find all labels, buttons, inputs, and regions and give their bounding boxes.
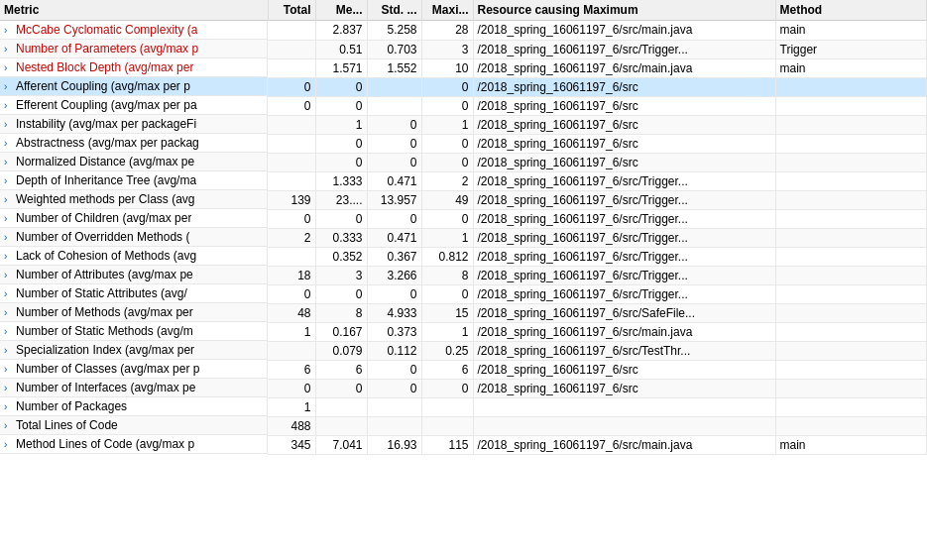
table-row[interactable]: ›Number of Attributes (avg/max pe1833.26… — [0, 266, 927, 284]
method-cell — [775, 96, 927, 115]
resource-cell: /2018_spring_16061197_6/src/main.java — [473, 21, 775, 41]
mean-cell: 3 — [315, 266, 367, 284]
table-row[interactable]: ›Total Lines of Code488 — [0, 416, 927, 435]
std-cell: 3.266 — [367, 266, 421, 284]
method-cell — [775, 115, 927, 134]
table-row[interactable]: ›Instability (avg/max per packageFi101/2… — [0, 115, 927, 134]
total-cell — [268, 21, 315, 41]
total-cell: 0 — [268, 77, 315, 96]
resource-cell: /2018_spring_16061197_6/src/Trigger... — [473, 266, 775, 284]
expand-icon[interactable]: › — [4, 100, 14, 111]
max-cell: 1 — [421, 322, 473, 341]
table-row[interactable]: ›Number of Static Methods (avg/m10.1670.… — [0, 322, 927, 341]
expand-icon[interactable]: › — [4, 439, 14, 450]
total-cell — [268, 247, 315, 266]
table-row[interactable]: ›McCabe Cyclomatic Complexity (a2.8375.2… — [0, 21, 927, 41]
table-row[interactable]: ›Normalized Distance (avg/max pe000/2018… — [0, 153, 927, 171]
expand-icon[interactable]: › — [4, 251, 14, 262]
expand-icon[interactable]: › — [4, 138, 14, 149]
table-row[interactable]: ›Weighted methods per Class (avg13923...… — [0, 190, 927, 209]
table-body: ›McCabe Cyclomatic Complexity (a2.8375.2… — [0, 21, 927, 455]
table-row[interactable]: ›Number of Methods (avg/max per4884.9331… — [0, 303, 927, 322]
table-row[interactable]: ›Specialization Index (avg/max per0.0790… — [0, 341, 927, 360]
col-header-std: Std. ... — [367, 0, 421, 21]
method-cell — [775, 153, 927, 171]
metric-label: Number of Classes (avg/max per p — [16, 362, 199, 376]
method-cell — [775, 397, 927, 416]
max-cell: 0 — [421, 209, 473, 228]
expand-icon[interactable]: › — [4, 119, 14, 130]
expand-icon[interactable]: › — [4, 288, 14, 299]
table-row[interactable]: ›Abstractness (avg/max per packag000/201… — [0, 134, 927, 153]
table-row[interactable]: ›Lack of Cohesion of Methods (avg0.3520.… — [0, 247, 927, 266]
expand-icon[interactable]: › — [4, 194, 14, 205]
expand-icon[interactable]: › — [4, 44, 14, 55]
method-cell — [775, 209, 927, 228]
std-cell — [367, 77, 421, 96]
total-cell — [268, 58, 315, 77]
resource-cell: /2018_spring_16061197_6/src/main.java — [473, 435, 775, 454]
std-cell: 5.258 — [367, 21, 421, 41]
expand-icon[interactable]: › — [4, 420, 14, 431]
expand-icon[interactable]: › — [4, 383, 14, 393]
max-cell: 1 — [421, 228, 473, 247]
expand-icon[interactable]: › — [4, 81, 14, 92]
resource-cell: /2018_spring_16061197_6/src — [473, 153, 775, 171]
metric-label: McCabe Cyclomatic Complexity (a — [16, 23, 197, 37]
total-cell — [268, 134, 315, 153]
table-row[interactable]: ›Method Lines of Code (avg/max p3457.041… — [0, 435, 927, 454]
expand-icon[interactable]: › — [4, 326, 14, 337]
table-row[interactable]: ›Depth of Inheritance Tree (avg/ma1.3330… — [0, 171, 927, 190]
total-cell — [268, 341, 315, 360]
resource-cell: /2018_spring_16061197_6/src/Trigger... — [473, 171, 775, 190]
table-row[interactable]: ›Number of Parameters (avg/max p0.510.70… — [0, 40, 927, 58]
expand-icon[interactable]: › — [4, 401, 14, 412]
expand-icon[interactable]: › — [4, 232, 14, 243]
max-cell: 8 — [421, 266, 473, 284]
metric-cell: ›Normalized Distance (avg/max pe — [0, 153, 268, 171]
total-cell: 0 — [268, 209, 315, 228]
std-cell: 0.703 — [367, 40, 421, 58]
expand-icon[interactable]: › — [4, 364, 14, 375]
mean-cell: 1.333 — [315, 171, 367, 190]
expand-icon[interactable]: › — [4, 157, 14, 168]
mean-cell: 0 — [315, 77, 367, 96]
method-cell — [775, 303, 927, 322]
table-row[interactable]: ›Number of Children (avg/max per0000/201… — [0, 209, 927, 228]
table-row[interactable]: ›Number of Classes (avg/max per p6606/20… — [0, 360, 927, 379]
std-cell: 0 — [367, 115, 421, 134]
table-row[interactable]: ›Efferent Coupling (avg/max per pa000/20… — [0, 96, 927, 115]
method-cell — [775, 341, 927, 360]
resource-cell: /2018_spring_16061197_6/src/Trigger... — [473, 228, 775, 247]
resource-cell: /2018_spring_16061197_6/src — [473, 379, 775, 397]
table-row[interactable]: ›Number of Interfaces (avg/max pe0000/20… — [0, 379, 927, 397]
metric-label: Number of Packages — [16, 399, 127, 413]
total-cell: 0 — [268, 96, 315, 115]
method-cell — [775, 416, 927, 435]
metric-cell: ›McCabe Cyclomatic Complexity (a — [0, 21, 268, 40]
metric-cell: ›Number of Packages — [0, 397, 268, 416]
expand-icon[interactable]: › — [4, 270, 14, 280]
expand-icon[interactable]: › — [4, 62, 14, 73]
expand-icon[interactable]: › — [4, 213, 14, 224]
resource-cell: /2018_spring_16061197_6/src/Trigger... — [473, 247, 775, 266]
expand-icon[interactable]: › — [4, 25, 14, 36]
expand-icon[interactable]: › — [4, 345, 14, 356]
method-cell — [775, 171, 927, 190]
table-row[interactable]: ›Afferent Coupling (avg/max per p000/201… — [0, 77, 927, 96]
resource-cell: /2018_spring_16061197_6/src — [473, 77, 775, 96]
table-row[interactable]: ›Number of Static Attributes (avg/0000/2… — [0, 284, 927, 303]
mean-cell: 0 — [315, 379, 367, 397]
method-cell — [775, 360, 927, 379]
metric-label: Lack of Cohesion of Methods (avg — [16, 249, 196, 263]
metric-label: Normalized Distance (avg/max pe — [16, 155, 194, 168]
table-row[interactable]: ›Nested Block Depth (avg/max per1.5711.5… — [0, 58, 927, 77]
std-cell: 1.552 — [367, 58, 421, 77]
table-row[interactable]: ›Number of Overridden Methods (20.3330.4… — [0, 228, 927, 247]
metric-cell: ›Number of Methods (avg/max per — [0, 303, 268, 322]
expand-icon[interactable]: › — [4, 307, 14, 318]
mean-cell: 2.837 — [315, 21, 367, 41]
table-row[interactable]: ›Number of Packages1 — [0, 397, 927, 416]
expand-icon[interactable]: › — [4, 175, 14, 186]
metric-label: Abstractness (avg/max per packag — [16, 136, 199, 150]
